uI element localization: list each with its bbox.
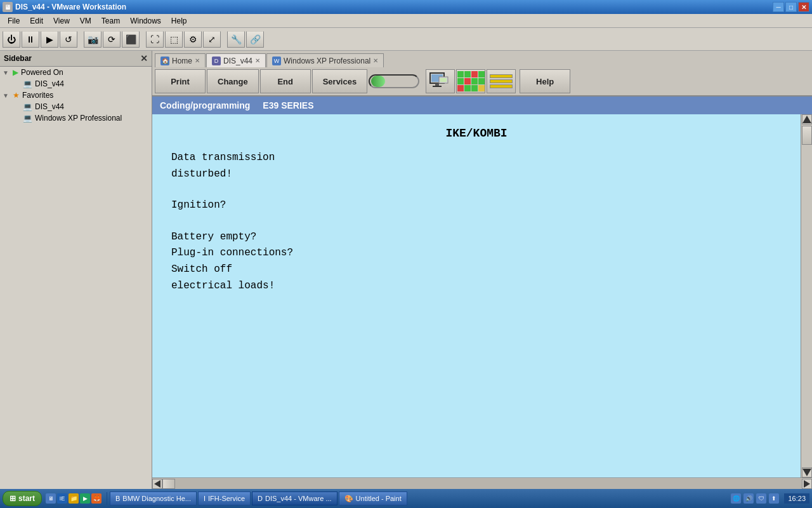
vm-icon-2: 💻	[23, 102, 32, 111]
settings-button[interactable]: ⚙	[184, 31, 202, 48]
page-main[interactable]: IKE/KOMBI Data transmission disturbed! I…	[152, 114, 801, 478]
line-data-transmission: Data transmission	[171, 150, 782, 166]
start-button[interactable]: ⊞ start	[3, 491, 42, 506]
tab-winxp-close[interactable]: ✕	[373, 57, 378, 64]
tray-updates[interactable]: ⬆	[769, 493, 779, 504]
content-text: Data transmission disturbed! Ignition? B…	[171, 150, 782, 294]
ql-ie[interactable]: IE	[57, 493, 67, 504]
tray-icons: 🌐 🔊 🛡 ⬆	[731, 493, 779, 504]
scroll-thumb[interactable]	[802, 126, 812, 145]
close-button[interactable]: ✕	[798, 2, 809, 12]
page-title: Coding/programming	[160, 100, 250, 110]
monitor-button[interactable]	[426, 69, 455, 93]
status-cell-10	[464, 85, 471, 91]
status-cell-7	[471, 78, 478, 84]
prefs-button[interactable]: 🔧	[227, 31, 245, 48]
taskbar-dis[interactable]: D DIS_v44 - VMware ...	[252, 491, 337, 505]
grid-status-button[interactable]	[456, 69, 485, 93]
favorites-icon: ★	[13, 91, 20, 100]
menu-help[interactable]: Help	[166, 15, 192, 27]
reset-button[interactable]: ↺	[60, 31, 77, 48]
yellow-lines-button[interactable]	[487, 69, 516, 93]
tab-home-icon: 🏠	[160, 57, 169, 65]
taskbar-dis-label: DIS_v44 - VMware ...	[265, 495, 332, 502]
status-cell-5	[457, 78, 464, 84]
title-bar: 🖥 DIS_v44 - VMware Workstation ─ □ ✕	[0, 0, 812, 14]
tab-dis-close[interactable]: ✕	[255, 57, 260, 64]
tab-home-label: Home	[172, 57, 192, 65]
line-3	[490, 84, 513, 88]
page-series: E39 SERIES	[263, 100, 313, 110]
tray-volume[interactable]: 🔊	[743, 493, 754, 504]
taskbar-bmw[interactable]: B BMW Diagnostic He...	[110, 491, 197, 505]
fullscreen-button[interactable]: ⛶	[146, 31, 164, 48]
tray-security[interactable]: 🛡	[756, 493, 766, 504]
power-button[interactable]: ⏻	[3, 31, 20, 48]
services-button[interactable]: Services	[312, 69, 368, 93]
maximize-button[interactable]: □	[785, 2, 797, 12]
menu-windows[interactable]: Windows	[125, 15, 166, 27]
sidebar-item-powered-on[interactable]: ▼ ▶ Powered On	[0, 67, 152, 78]
tab-home[interactable]: 🏠 Home ✕	[155, 53, 206, 67]
menu-file[interactable]: File	[3, 15, 25, 27]
scroll-down-button[interactable]	[802, 467, 812, 478]
menu-vm[interactable]: VM	[75, 15, 96, 27]
sidebar-label-dis-fav: DIS_v44	[35, 102, 64, 111]
unity-button[interactable]: ⬚	[165, 31, 183, 48]
taskbar-bmw-icon: B	[115, 495, 120, 502]
vm-icon: 💻	[23, 79, 32, 88]
sidebar-item-winxp[interactable]: 💻 Windows XP Professional	[0, 112, 152, 124]
print-button[interactable]: Print	[155, 69, 206, 93]
vm-icon-3: 💻	[23, 114, 32, 123]
page-title-bar: Coding/programming E39 SERIES	[152, 97, 812, 114]
snapshot-button[interactable]: 📷	[84, 31, 102, 48]
end-button[interactable]: End	[260, 69, 311, 93]
sidebar-item-dis-fav[interactable]: 💻 DIS_v44	[0, 101, 152, 112]
snapshot-mgr-button[interactable]: ⬛	[122, 31, 140, 48]
ql-media[interactable]: ▶	[80, 493, 90, 504]
sidebar-item-favorites[interactable]: ▼ ★ Favorites	[0, 90, 152, 101]
taskbar-paint-label: Untitled - Paint	[356, 495, 402, 502]
tab-dis-icon: D	[212, 57, 221, 65]
menu-edit[interactable]: Edit	[25, 15, 48, 27]
change-button[interactable]: Change	[207, 69, 259, 93]
ql-folder[interactable]: 📁	[69, 493, 79, 504]
tab-home-close[interactable]: ✕	[195, 57, 200, 64]
status-cell-2	[464, 71, 471, 77]
main-container: Sidebar ✕ ▼ ▶ Powered On 💻 DIS_v44 ▼ ★ F…	[0, 51, 812, 489]
status-cell-1	[457, 71, 464, 77]
tray-network[interactable]: 🌐	[731, 493, 741, 504]
scroll-up-button[interactable]	[802, 114, 812, 124]
suspend-button[interactable]: ⏸	[22, 31, 39, 48]
sidebar-item-dis-powered[interactable]: 💻 DIS_v44	[0, 78, 152, 90]
right-icons	[426, 69, 516, 93]
menu-view[interactable]: View	[48, 15, 75, 27]
ql-firefox[interactable]: 🦊	[91, 493, 102, 504]
scroll-h-thumb[interactable]	[162, 479, 175, 489]
content-area: 🏠 Home ✕ D DIS_v44 ✕ W Windows XP Profes…	[152, 51, 812, 489]
horizontal-scrollbar[interactable]	[152, 478, 812, 489]
taskbar-ifh[interactable]: I IFH-Service	[198, 491, 251, 505]
sidebar-label-winxp: Windows XP Professional	[35, 114, 122, 123]
scroll-right-button[interactable]	[802, 479, 812, 489]
right-arrow-icon	[804, 480, 810, 488]
tab-dis[interactable]: D DIS_v44 ✕	[206, 53, 266, 67]
scroll-left-button[interactable]	[152, 479, 162, 489]
revert-button[interactable]: ⟳	[103, 31, 121, 48]
resume-button[interactable]: ▶	[41, 31, 58, 48]
autofit-button[interactable]: ⤢	[203, 31, 221, 48]
status-cell-9	[457, 85, 464, 91]
help-button[interactable]: Help	[520, 69, 570, 93]
minimize-button[interactable]: ─	[773, 2, 784, 12]
sidebar-close-button[interactable]: ✕	[140, 53, 148, 64]
tab-winxp[interactable]: W Windows XP Professional ✕	[266, 53, 384, 67]
ql-show-desktop[interactable]: 🖥	[46, 493, 56, 504]
vertical-scrollbar[interactable]	[801, 114, 812, 478]
window-controls: ─ □ ✕	[773, 2, 809, 12]
svg-rect-3	[433, 86, 442, 87]
menu-team[interactable]: Team	[96, 15, 125, 27]
connect-button[interactable]: 🔗	[246, 31, 264, 48]
app-icon: 🖥	[3, 2, 13, 12]
status-cell-4	[478, 71, 485, 77]
taskbar-paint[interactable]: 🎨 Untitled - Paint	[339, 491, 407, 505]
